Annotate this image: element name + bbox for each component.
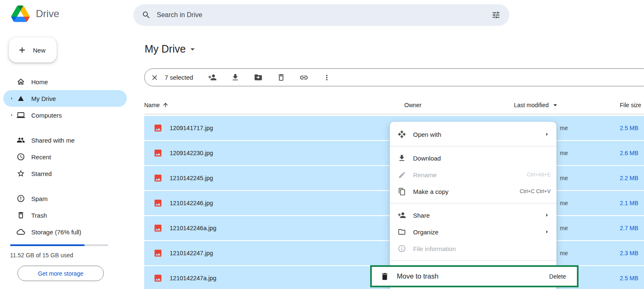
storage-progress-bar xyxy=(10,244,108,246)
sidebar-item-label: Storage (76% full) xyxy=(31,229,81,236)
sidebar-item-home[interactable]: Home xyxy=(3,73,127,90)
shortcut-label: Delete xyxy=(549,273,566,280)
image-file-icon xyxy=(153,173,163,183)
drive-logo-icon xyxy=(11,5,30,22)
image-file-icon xyxy=(153,123,163,133)
share-button[interactable] xyxy=(204,69,221,86)
menu-divider xyxy=(390,260,556,261)
close-icon xyxy=(150,73,159,82)
menu-item-share[interactable]: Share xyxy=(390,207,556,224)
sidebar-item-trash[interactable]: Trash xyxy=(3,207,127,224)
copy-icon xyxy=(397,188,406,196)
sidebar-item-my-drive[interactable]: My Drive xyxy=(3,90,127,107)
sidebar-item-label: Starred xyxy=(31,170,52,177)
file-size: 2.1 MB xyxy=(620,200,644,206)
menu-item-organize[interactable]: Organize xyxy=(390,224,556,240)
shortcut-label: Ctrl+C Ctrl+V xyxy=(520,188,551,194)
my-drive-icon xyxy=(17,95,25,102)
person-add-icon xyxy=(208,73,217,82)
menu-item-rename: Rename Ctrl+Alt+E xyxy=(390,166,556,183)
sidebar-item-label: Recent xyxy=(31,153,51,161)
submenu-arrow-icon xyxy=(543,228,551,236)
recent-icon xyxy=(17,153,25,161)
move-button[interactable] xyxy=(250,69,266,86)
home-icon xyxy=(17,78,25,86)
sidebar-item-label: Shared with me xyxy=(31,137,75,144)
drive-brand: Drive xyxy=(11,5,59,22)
move-to-folder-icon xyxy=(254,73,263,82)
sidebar-item-label: Spam xyxy=(31,195,48,202)
sidebar-item-label: Computers xyxy=(31,112,62,119)
expand-arrow-icon[interactable] xyxy=(7,113,17,118)
sidebar-item-recent[interactable]: Recent xyxy=(3,148,127,165)
open-with-icon xyxy=(397,130,406,138)
sidebar-item-starred[interactable]: Starred xyxy=(3,165,127,182)
sidebar-item-spam[interactable]: Spam xyxy=(3,190,127,207)
menu-item-label: Move to trash xyxy=(397,272,542,280)
sidebar-nav: Home My Drive Computers Shared with me R xyxy=(3,73,127,281)
image-file-icon xyxy=(153,274,163,283)
column-header-file-size[interactable]: File size xyxy=(620,102,644,108)
expand-arrow-icon[interactable] xyxy=(7,96,17,101)
file-name: 1209142230.jpg xyxy=(170,150,213,156)
download-icon xyxy=(397,154,406,162)
search-bar[interactable] xyxy=(133,4,509,26)
menu-divider xyxy=(390,146,556,146)
image-file-icon xyxy=(153,148,163,158)
file-name: 1210142246.jpg xyxy=(170,200,213,206)
table-header: Name Owner Last modified File size xyxy=(144,96,644,114)
pencil-icon xyxy=(397,171,406,179)
menu-item-open-with[interactable]: Open with xyxy=(390,126,556,143)
search-options-button[interactable] xyxy=(488,7,504,23)
file-size: 2.7 MB xyxy=(620,225,644,231)
info-icon xyxy=(397,244,406,253)
dropdown-arrow-icon xyxy=(551,101,559,109)
menu-item-make-a-copy[interactable]: Make a copy Ctrl+C Ctrl+V xyxy=(390,183,556,200)
sidebar-item-computers[interactable]: Computers xyxy=(3,107,127,123)
selected-count: 7 selected xyxy=(165,74,193,81)
selection-toolbar: 7 selected xyxy=(144,68,644,86)
new-button[interactable]: New xyxy=(9,38,57,63)
file-name: 1209141717.jpg xyxy=(170,125,213,131)
search-icon[interactable] xyxy=(142,10,151,20)
file-size: 2.2 MB xyxy=(620,175,644,181)
computers-icon xyxy=(17,111,25,119)
starred-icon xyxy=(17,169,25,178)
trash-icon xyxy=(380,272,389,281)
sidebar-item-label: Trash xyxy=(31,212,47,219)
trash-icon xyxy=(277,73,286,82)
sidebar-item-shared-with-me[interactable]: Shared with me xyxy=(3,132,127,148)
page-title[interactable]: My Drive xyxy=(145,43,198,55)
new-button-label: New xyxy=(33,47,45,54)
submenu-arrow-icon xyxy=(543,211,551,219)
sidebar-item-label: My Drive xyxy=(31,95,56,102)
storage-progress-fill xyxy=(10,244,85,246)
clear-selection-button[interactable] xyxy=(146,69,163,86)
column-header-owner[interactable]: Owner xyxy=(404,102,514,108)
person-add-icon xyxy=(397,211,406,219)
menu-item-move-to-trash[interactable]: Move to trash Delete xyxy=(370,265,579,287)
more-actions-button[interactable] xyxy=(318,69,335,86)
file-size: 2.3 MB xyxy=(620,250,644,256)
tune-icon xyxy=(491,10,501,20)
column-header-name[interactable]: Name xyxy=(144,102,404,108)
download-button[interactable] xyxy=(227,69,243,86)
search-input[interactable] xyxy=(157,11,482,19)
image-file-icon xyxy=(153,199,163,208)
submenu-arrow-icon xyxy=(543,131,551,138)
get-more-storage-button[interactable]: Get more storage xyxy=(18,266,104,281)
page-title-label: My Drive xyxy=(145,43,186,55)
column-header-last-modified[interactable]: Last modified xyxy=(514,101,620,109)
app-title: Drive xyxy=(36,8,59,20)
file-name: 1210142247a.jpg xyxy=(170,275,216,281)
shortcut-label: Ctrl+Alt+E xyxy=(527,172,551,178)
file-name: 1210142245.jpg xyxy=(170,175,213,181)
menu-item-file-information: File information xyxy=(390,240,556,257)
image-file-icon xyxy=(153,224,163,233)
folder-icon xyxy=(397,228,406,236)
copy-link-button[interactable] xyxy=(296,69,312,86)
file-size: 2.5 MB xyxy=(620,125,644,131)
sidebar-item-storage[interactable]: Storage (76% full) xyxy=(3,224,127,240)
menu-item-download[interactable]: Download xyxy=(390,150,556,166)
trash-button[interactable] xyxy=(273,69,289,86)
